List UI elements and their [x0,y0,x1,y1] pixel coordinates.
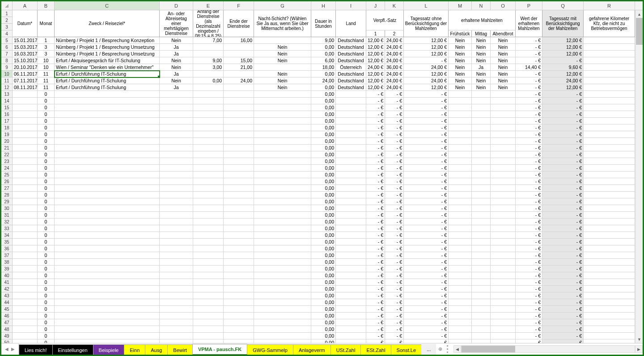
cell-Q[interactable]: - € [542,131,584,138]
cell-F[interactable] [224,185,254,192]
cell-D[interactable] [160,192,193,198]
cell-F[interactable] [224,326,254,333]
cell-B[interactable]: 0 [38,212,55,219]
cell-Q[interactable]: 24,00 € [542,77,584,84]
cell-M[interactable]: Nein [449,44,472,51]
col-header-N[interactable]: N [472,1,491,10]
sheet-tab[interactable]: Einn [124,344,145,355]
cell-E[interactable] [193,272,224,279]
row-header[interactable]: 41 [1,279,13,286]
scroll-down-icon[interactable]: ▼ [636,335,643,343]
cell-E[interactable] [193,165,224,172]
cell-J[interactable]: 12,00 € [366,44,385,51]
row-header[interactable]: 50 [1,339,13,343]
cell-Q[interactable]: - € [542,172,584,178]
add-sheet-button[interactable]: ⊕ [436,343,445,355]
cell-B[interactable]: 0 [38,118,55,124]
cell-P[interactable]: - € [516,192,542,198]
cell-D[interactable] [160,252,193,259]
cell-J[interactable]: - € [366,165,385,172]
header-I[interactable]: Land [336,10,366,37]
cell-I[interactable]: Deutschland [336,71,366,77]
cell-R[interactable] [584,118,635,124]
cell-L[interactable]: - € [404,292,449,299]
cell-C[interactable] [55,145,160,151]
cell-N[interactable] [472,259,491,266]
cell-P[interactable]: - € [516,299,542,306]
cell-F[interactable] [224,319,254,326]
cell-H[interactable]: 0,00 [311,333,336,339]
cell-C[interactable] [55,219,160,225]
row-header[interactable]: 35 [1,239,13,245]
cell-D[interactable] [160,158,193,165]
cell-M[interactable] [449,104,472,111]
cell-A[interactable] [13,185,38,192]
cell-R[interactable] [584,138,635,145]
cell-M[interactable] [449,185,472,192]
cell-I[interactable] [336,165,366,172]
cell-I[interactable] [336,333,366,339]
cell-Q[interactable]: - € [542,279,584,286]
cell-Q[interactable]: - € [542,205,584,212]
cell-C[interactable]: Nürnberg / Projekt 1 / Besprechung Konze… [55,37,160,44]
cell-E[interactable] [193,172,224,178]
cell-E[interactable] [193,266,224,272]
cell-J[interactable]: - € [366,266,385,272]
cell-A[interactable] [13,292,38,299]
cell-H[interactable]: 0,00 [311,84,336,91]
cell-K[interactable]: - € [385,98,404,104]
cell-L[interactable]: - € [404,178,449,185]
cell-I[interactable]: Deutschland [336,51,366,57]
cell-R[interactable] [584,91,635,98]
cell-B[interactable]: 0 [38,326,55,333]
cell-N[interactable]: Nein [472,71,491,77]
cell-I[interactable] [336,292,366,299]
cell-A[interactable] [13,118,38,124]
cell-C[interactable] [55,286,160,292]
col-header-C[interactable]: C [55,1,160,10]
cell-D[interactable]: Nein [160,37,193,44]
header-B[interactable]: Monat [38,10,55,37]
cell-H[interactable]: 0,00 [311,165,336,172]
cell-L[interactable]: 12,00 € [404,84,449,91]
cell-G[interactable] [254,252,311,259]
cell-D[interactable]: Nein [160,77,193,84]
cell-R[interactable] [584,192,635,198]
cell-M[interactable] [449,178,472,185]
cell-R[interactable] [584,252,635,259]
cell-H[interactable]: 0,00 [311,124,336,131]
sheet-tab[interactable]: GWG-Sammelp [247,344,293,355]
cell-H[interactable]: 18,00 [311,64,336,71]
cell-H[interactable]: 0,00 [311,279,336,286]
cell-E[interactable] [193,198,224,205]
cell-C[interactable] [55,292,160,299]
cell-F[interactable] [224,84,254,91]
cell-P[interactable]: - € [516,279,542,286]
cell-K[interactable]: - € [385,225,404,232]
cell-R[interactable] [584,219,635,225]
cell-L[interactable]: - € [404,252,449,259]
row-header[interactable]: 18 [1,124,13,131]
cell-O[interactable]: Nein [491,71,516,77]
cell-J[interactable]: 12,00 € [366,77,385,84]
cell-C[interactable] [55,232,160,239]
cell-G[interactable] [254,37,311,44]
cell-J[interactable]: - € [366,319,385,326]
cell-O[interactable]: Nein [491,44,516,51]
cell-H[interactable]: 0,00 [311,118,336,124]
cell-D[interactable] [160,98,193,104]
cell-I[interactable] [336,98,366,104]
cell-P[interactable]: - € [516,165,542,172]
cell-J[interactable]: 24,00 € [366,64,385,71]
cell-D[interactable] [160,178,193,185]
cell-B[interactable]: 0 [38,198,55,205]
cell-Q[interactable]: - € [542,272,584,279]
cell-F[interactable] [224,145,254,151]
sheet-tab[interactable]: Lies mich! [19,344,53,355]
cell-H[interactable]: 0,00 [311,219,336,225]
row-header[interactable]: 8 [1,57,13,64]
col-header-L[interactable]: L [404,1,449,10]
cell-I[interactable] [336,313,366,319]
row-header[interactable]: 47 [1,319,13,326]
cell-K[interactable]: - € [385,326,404,333]
